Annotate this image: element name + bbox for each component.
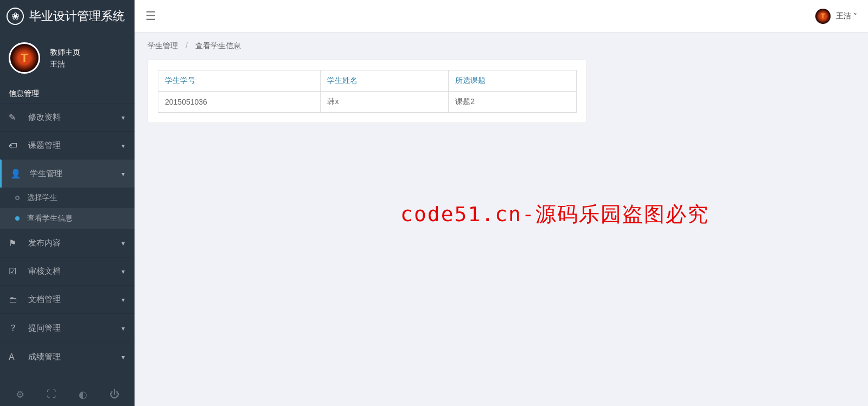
cell-student-name: 韩x: [321, 92, 449, 113]
power-icon[interactable]: ⏻: [110, 389, 119, 401]
sub-label: 查看学生信息: [27, 214, 73, 223]
font-icon: A: [9, 352, 21, 362]
paw-icon: ❀: [7, 8, 24, 25]
nav-label: 成绩管理: [28, 352, 61, 362]
breadcrumb-item[interactable]: 学生管理: [148, 41, 178, 50]
nav-label: 修改资料: [28, 112, 61, 123]
gear-icon[interactable]: ⚙: [16, 389, 24, 401]
flag-icon: ⚑: [9, 238, 21, 248]
chevron-down-icon: ▾: [122, 325, 125, 332]
nav-label: 提问管理: [28, 323, 61, 333]
nav-label: 学生管理: [30, 169, 62, 179]
user-dropdown[interactable]: T 王洁 ˅: [815, 9, 857, 24]
nav-review-doc[interactable]: ☑ 审核文档 ▾: [0, 257, 135, 285]
student-info-panel: 学生学号 学生姓名 所选课题 2015051036 韩x 课题2: [148, 60, 587, 123]
table-row: 2015051036 韩x 课题2: [158, 92, 577, 113]
cell-topic: 课题2: [449, 92, 577, 113]
user-icon: 👤: [10, 169, 22, 179]
nav-label: 发布内容: [28, 238, 61, 248]
chevron-down-icon: ▾: [122, 240, 125, 247]
nav-grade-manage[interactable]: A 成绩管理 ▾: [0, 343, 135, 371]
sub-view-student-info[interactable]: 查看学生信息: [0, 208, 135, 229]
breadcrumb-separator: /: [186, 41, 188, 50]
app-title: 毕业设计管理系统: [29, 8, 125, 24]
breadcrumb: 学生管理 / 查看学生信息: [135, 33, 868, 60]
chevron-down-icon: ˅: [853, 12, 857, 21]
chevron-down-icon: ▾: [122, 170, 125, 178]
question-icon: ？: [9, 323, 21, 334]
col-selected-topic: 所选课题: [449, 70, 577, 92]
menu-toggle-icon[interactable]: ☰: [145, 9, 156, 23]
avatar-small: T: [815, 9, 831, 24]
folder-icon: 🗀: [9, 295, 21, 305]
check-icon: ☑: [9, 266, 21, 276]
chevron-down-icon: ▾: [122, 268, 125, 275]
section-title: 信息管理: [0, 80, 135, 103]
fullscreen-icon[interactable]: ⛶: [47, 389, 56, 401]
sub-label: 选择学生: [27, 193, 58, 203]
nav-student-manage[interactable]: 👤 学生管理 ▾: [0, 159, 135, 188]
sidebar: ❀ 毕业设计管理系统 T 教师主页 王洁 信息管理 ✎ 修改资料 ▾ 🏷 课题管…: [0, 0, 135, 406]
nav-question-manage[interactable]: ？ 提问管理 ▾: [0, 313, 135, 343]
profile-name: 王洁: [50, 58, 80, 70]
profile-block: T 教师主页 王洁: [0, 33, 135, 80]
topbar-username: 王洁: [836, 11, 851, 21]
nav-topic-manage[interactable]: 🏷 课题管理 ▾: [0, 131, 135, 159]
nav-publish[interactable]: ⚑ 发布内容 ▾: [0, 229, 135, 257]
chevron-down-icon: ▾: [122, 296, 125, 304]
col-student-id: 学生学号: [158, 70, 321, 92]
nav-doc-manage[interactable]: 🗀 文档管理 ▾: [0, 285, 135, 313]
pencil-icon: ✎: [9, 112, 21, 123]
dot-icon: [15, 216, 20, 221]
breadcrumb-item: 查看学生信息: [195, 41, 241, 50]
nav-label: 课题管理: [28, 140, 61, 151]
student-table: 学生学号 学生姓名 所选课题 2015051036 韩x 课题2: [158, 70, 577, 113]
cell-student-id: 2015051036: [158, 92, 321, 113]
contrast-icon[interactable]: ◐: [79, 389, 87, 401]
sub-select-student[interactable]: 选择学生: [0, 188, 135, 208]
nav-label: 审核文档: [28, 266, 61, 276]
bottom-toolbar: ⚙ ⛶ ◐ ⏻: [0, 383, 135, 406]
dot-icon: [15, 196, 20, 200]
tag-icon: 🏷: [9, 141, 21, 151]
brand[interactable]: ❀ 毕业设计管理系统: [0, 0, 135, 33]
nav-label: 文档管理: [28, 294, 61, 305]
watermark-text: code51.cn-源码乐园盗图必究: [400, 201, 709, 228]
chevron-down-icon: ▾: [122, 114, 125, 121]
avatar: T: [9, 42, 40, 74]
nav-edit-profile[interactable]: ✎ 修改资料 ▾: [0, 103, 135, 131]
col-student-name: 学生姓名: [321, 70, 449, 92]
main-content: 学生管理 / 查看学生信息 学生学号 学生姓名 所选课题 2015051036 …: [135, 33, 868, 406]
chevron-down-icon: ▾: [122, 353, 125, 361]
topbar: ☰ T 王洁 ˅: [135, 0, 868, 33]
chevron-down-icon: ▾: [122, 142, 125, 150]
profile-role: 教师主页: [50, 46, 80, 58]
